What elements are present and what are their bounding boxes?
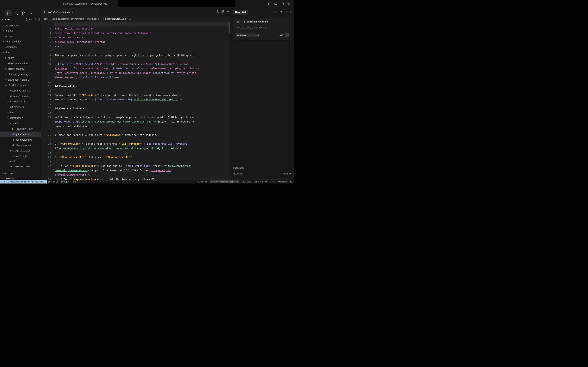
tree-item-chaos-engineering[interactable]: chaos-engineering: [0, 72, 41, 77]
explorer-section-header[interactable]: DEVEL...: [0, 17, 41, 22]
breadcrumb-item[interactable]: quickstart-tutorial.md: [105, 17, 126, 20]
cursor-position[interactable]: Ln 1, Col 1: [242, 181, 251, 183]
screen-reader-indicator[interactable]: Screen Reader Optimized: [210, 180, 239, 183]
close-icon[interactable]: [72, 11, 74, 13]
more-actions-icon[interactable]: [226, 10, 229, 13]
code-line[interactable]: 20: [41, 128, 230, 133]
breadcrumb-item[interactable]: docs: [44, 17, 48, 20]
agent-mode-selector[interactable]: ∞ Agent ⌘I: [236, 33, 255, 37]
code-line[interactable]: 16: [41, 102, 230, 106]
code-line[interactable]: 27 * For **cloud providers**: use the pu…: [41, 164, 230, 168]
code-line[interactable]: 5sidebar_label: Quickstart Tutorial: [41, 40, 230, 44]
chat-input-placeholder[interactable]: Plan, search, build anything: [236, 26, 267, 29]
new-folder-icon[interactable]: [29, 18, 32, 21]
breadcrumb[interactable]: docs›cloud-development-environments›intr…: [41, 16, 230, 21]
tree-item-static[interactable]: static: [0, 121, 41, 126]
code-line[interactable]: provider.com/org/repo`).: [41, 173, 230, 177]
code-line[interactable]: when-cross-origin" allowfullscreen></ifr…: [41, 75, 230, 80]
tree-item-ai-test-automation[interactable]: ai-test-automation: [0, 61, 41, 66]
code-line[interactable]: [Demo Node.js App](https://github.com/ha…: [41, 119, 230, 124]
code-line[interactable]: Harness-Hosted Gitspaces.: [41, 124, 230, 128]
new-file-icon[interactable]: [25, 18, 28, 21]
breadcrumb-item[interactable]: introduction: [87, 17, 99, 20]
tree-item-introduction[interactable]: introduction: [0, 115, 41, 121]
code-line[interactable]: 4sidebar_position: 4: [41, 35, 230, 40]
collapse-all-icon[interactable]: [37, 18, 40, 21]
cursor-tab-indicator[interactable]: Cursor Tab: [197, 181, 207, 183]
new-chat-icon[interactable]: [274, 10, 277, 13]
tree-item-archive[interactable]: archive: [0, 33, 41, 39]
code-line[interactable]: (/docs/cloud-development-environments/in…: [41, 146, 230, 150]
tree-item-docs[interactable]: docs: [0, 50, 41, 55]
past-chats-toggle[interactable]: Past chats: [233, 167, 247, 169]
tree-item-features-of-gitsp-[interactable]: features-of-gitsp...: [0, 99, 41, 104]
gear-icon[interactable]: ⚙: [287, 1, 290, 6]
views-chevron-down-icon[interactable]: [28, 10, 34, 16]
code-line[interactable]: 8This guide provides a detailed step-by-…: [41, 53, 230, 58]
code-line[interactable]: 24: [41, 150, 230, 155]
encoding[interactable]: UTF-8: [265, 181, 271, 183]
tree-item-ides[interactable]: ides: [0, 110, 41, 115]
code-line[interactable]: 9: [41, 58, 230, 62]
tree-item-manage-gitspaces[interactable]: manage-gitspaces: [0, 148, 41, 153]
split-editor-icon[interactable]: [221, 10, 224, 13]
code-line[interactable]: 12## Prerequisite: [41, 84, 230, 88]
tree-item-self-hosted-md[interactable]: self-hosted.md: [0, 137, 41, 142]
tree-item-quickstart-tutori-[interactable]: quickstart-tutori...: [0, 132, 41, 137]
chat-input-card[interactable]: @ quickstart-tutorial.md Plan, search, b…: [233, 17, 292, 40]
tree-item-artifact-registry[interactable]: artifact-registry: [0, 66, 41, 72]
context-chip[interactable]: quickstart-tutorial.md: [242, 19, 270, 24]
tree-item-self-hosted-gitsp-[interactable]: self-hosted-gitsp...: [0, 153, 41, 159]
tree-item--category-json[interactable]: {}_category_.json: [0, 126, 41, 132]
tree-item-cloud-development-[interactable]: cloud-development...: [0, 83, 41, 88]
layout-sidebar-right-icon[interactable]: [280, 1, 284, 6]
code-line[interactable]: 22: [41, 137, 230, 142]
tree-item-whats-supporte-[interactable]: whats-supporte...: [0, 142, 41, 148]
code-line[interactable]: 6---: [41, 44, 230, 49]
code-line[interactable]: 3description: Detailed Tutorial on creat…: [41, 31, 230, 35]
code-line[interactable]: 17## Create a Gitspace: [41, 106, 230, 111]
code-line[interactable]: 211. Open the Harness UI and go to **Git…: [41, 133, 230, 137]
open-preview-icon[interactable]: [216, 10, 218, 13]
code-line[interactable]: Y_txspDq" title="YouTube video player" f…: [41, 66, 230, 71]
layout-sidebar-left-icon[interactable]: [268, 1, 272, 6]
tree-item--category-json[interactable]: {}_category_.json: [0, 164, 41, 167]
tree-item-static[interactable]: static: [0, 159, 41, 164]
code-line[interactable]: community/demo-repo-nm) or your fork (us…: [41, 168, 230, 173]
code-line[interactable]: write; encrypted-media; gyroscope; pictu…: [41, 71, 230, 75]
code-line[interactable]: 10<iframe width="500" height="275" src="…: [41, 62, 230, 66]
explorer-icon[interactable]: [5, 10, 12, 16]
eol[interactable]: LF: [274, 181, 276, 183]
bell-icon-item[interactable]: [290, 181, 292, 183]
code-line[interactable]: 18: [41, 111, 230, 115]
breadcrumb-item[interactable]: ...: [129, 17, 131, 20]
close-icon[interactable]: [290, 11, 292, 13]
scrollbar-thumb[interactable]: [229, 22, 230, 33]
language-mode[interactable]: Markdown: [278, 181, 288, 183]
refresh-icon[interactable]: [33, 18, 36, 21]
code-line[interactable]: 253. **Repository URL**: Enter your **Re…: [41, 155, 230, 159]
tab-quickstart-tutorial[interactable]: quickstart-tutorial.md: [41, 8, 99, 16]
image-icon[interactable]: [280, 33, 283, 36]
breadcrumb-item[interactable]: cloud-development-environments: [51, 17, 84, 20]
code-line[interactable]: 14Ensure that the **CDE module** is enab…: [41, 93, 230, 97]
code-line[interactable]: 7: [41, 49, 230, 53]
tree-item-client-modules[interactable]: client-modules: [0, 39, 41, 44]
code-line[interactable]: 19We’ll now create a Gitspace, we’ll use…: [41, 115, 230, 119]
remote-indicator[interactable]: SSH: documentation-repo-e5ifp9-8rzze4.us…: [0, 180, 47, 184]
search-icon[interactable]: [13, 10, 19, 16]
layout-panel-icon[interactable]: [274, 1, 278, 6]
chat-tab-new-chat[interactable]: New chat: [233, 10, 248, 15]
send-button[interactable]: ↑: [284, 33, 289, 37]
outline-section[interactable]: OUTLINE: [0, 171, 41, 176]
code-line[interactable]: 13: [41, 88, 230, 93]
code-area[interactable]: 1---2title: Quickstart Tutorial3descript…: [41, 22, 230, 180]
model-selector[interactable]: Auto: [255, 33, 263, 37]
tree-item-cloud-cost-manag-[interactable]: cloud-cost-manag...: [0, 77, 41, 83]
tree-item-ai-sre[interactable]: ai-sre: [0, 55, 41, 61]
tree-item-develop-using-cde[interactable]: develop-using-cde: [0, 93, 41, 99]
code-line[interactable]: 1---: [41, 22, 230, 26]
tree-item-deep-dive-into-gi-[interactable]: deep-dive-into-gi...: [0, 88, 41, 93]
more-icon[interactable]: [284, 10, 287, 13]
code-line[interactable]: 232. **Git Provider**: Select your prefe…: [41, 142, 230, 146]
